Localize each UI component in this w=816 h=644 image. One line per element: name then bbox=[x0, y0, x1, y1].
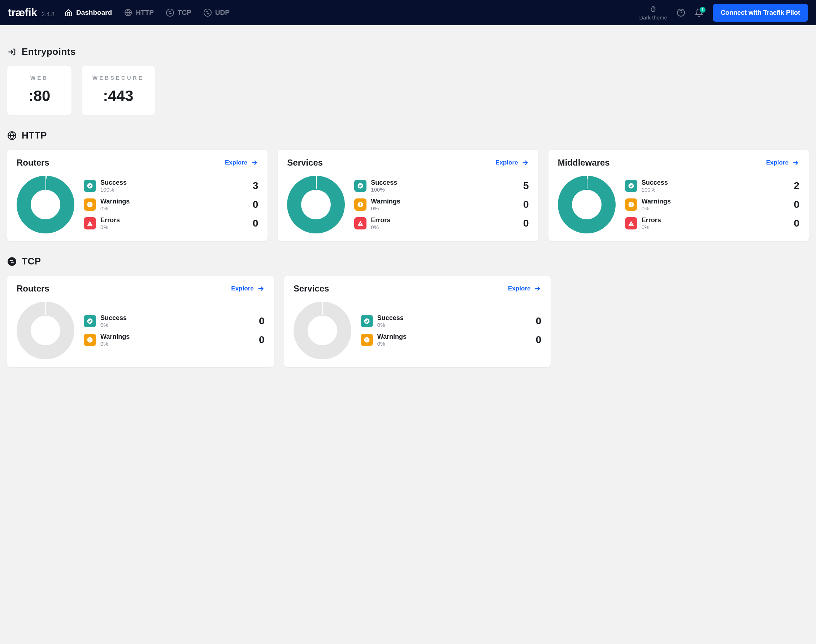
svg-rect-13 bbox=[360, 203, 361, 205]
warning-circle-icon bbox=[354, 198, 366, 211]
warning-circle-icon bbox=[625, 198, 637, 211]
entrypoint-name: WEB bbox=[18, 75, 61, 81]
nav-tcp-label: TCP bbox=[178, 9, 191, 17]
warning-circle-icon bbox=[84, 334, 96, 346]
explore-link[interactable]: Explore bbox=[225, 159, 258, 167]
arrow-right-icon bbox=[257, 285, 265, 293]
explore-link[interactable]: Explore bbox=[495, 159, 529, 167]
nav-udp-label: UDP bbox=[215, 9, 230, 17]
tcp-cards-row: Routers Explore Success0% 0 Warnings0% bbox=[7, 276, 809, 367]
svg-rect-8 bbox=[89, 205, 90, 206]
check-circle-icon bbox=[354, 180, 366, 192]
nav-http-label: HTTP bbox=[136, 9, 154, 17]
entrypoint-card[interactable]: WEB :80 bbox=[7, 66, 72, 115]
explore-link[interactable]: Explore bbox=[508, 285, 541, 293]
svg-rect-27 bbox=[89, 341, 90, 342]
stat-errors: Errors0% 0 bbox=[84, 216, 258, 230]
entrypoint-port: :443 bbox=[92, 87, 144, 104]
connect-pilot-button[interactable]: Connect with Traefik Pilot bbox=[713, 4, 808, 21]
swap-icon bbox=[7, 257, 17, 266]
nav-tcp[interactable]: TCP bbox=[166, 9, 191, 17]
stat-warnings: Warnings0% 0 bbox=[84, 198, 258, 212]
stat-warnings: Warnings0% 0 bbox=[354, 198, 529, 212]
svg-rect-22 bbox=[631, 225, 632, 225]
donut-chart bbox=[17, 176, 74, 233]
svg-rect-30 bbox=[366, 339, 367, 340]
nav-dashboard-label: Dashboard bbox=[76, 9, 112, 17]
card-title: Middlewares bbox=[558, 158, 610, 168]
home-icon bbox=[65, 9, 72, 17]
svg-rect-31 bbox=[366, 341, 367, 342]
login-icon bbox=[7, 47, 17, 57]
svg-rect-15 bbox=[360, 222, 361, 224]
tcp-services-card: Services Explore Success0% 0 Warnings0% bbox=[284, 276, 551, 367]
donut-chart bbox=[17, 302, 74, 359]
arrow-right-icon bbox=[521, 159, 529, 167]
stat-errors: Errors0% 0 bbox=[354, 216, 529, 230]
card-title: Services bbox=[287, 158, 323, 168]
http-routers-card: Routers Explore Success100% 3 Warnings0 bbox=[7, 150, 267, 241]
svg-rect-7 bbox=[89, 203, 90, 205]
stat-success: Success0% 0 bbox=[84, 314, 265, 328]
stat-warnings: Warnings0% 0 bbox=[625, 198, 799, 212]
check-circle-icon bbox=[84, 315, 96, 327]
svg-rect-20 bbox=[631, 205, 632, 206]
card-title: Routers bbox=[17, 158, 49, 168]
section-header: HTTP bbox=[7, 130, 809, 141]
globe-icon bbox=[124, 9, 132, 17]
stat-warnings: Warnings0% 0 bbox=[84, 333, 265, 347]
nav-udp[interactable]: UDP bbox=[204, 9, 230, 17]
svg-rect-10 bbox=[89, 225, 90, 225]
entrypoint-name: WEBSECURE bbox=[92, 75, 144, 81]
nav-dashboard[interactable]: Dashboard bbox=[65, 9, 112, 17]
logo-text: træfik bbox=[8, 6, 37, 19]
section-entrypoints: Entrypoints WEB :80 WEBSECURE :443 bbox=[7, 46, 809, 115]
check-circle-icon bbox=[625, 180, 637, 192]
arrow-right-icon bbox=[791, 159, 799, 167]
section-title: Entrypoints bbox=[22, 46, 76, 57]
section-header: Entrypoints bbox=[7, 46, 809, 57]
check-circle-icon bbox=[84, 180, 96, 192]
section-header: TCP bbox=[7, 256, 809, 267]
svg-rect-9 bbox=[89, 222, 90, 224]
stat-success: Success0% 0 bbox=[361, 314, 542, 328]
notification-badge: 1 bbox=[700, 7, 705, 12]
logo: træfik 2.4.8 bbox=[8, 6, 55, 19]
svg-point-1 bbox=[166, 9, 174, 16]
swap-icon bbox=[204, 9, 212, 17]
stat-success: Success100% 3 bbox=[84, 179, 258, 193]
donut-chart bbox=[294, 302, 351, 359]
svg-rect-21 bbox=[631, 222, 632, 224]
main-content: Entrypoints WEB :80 WEBSECURE :443 HTTP … bbox=[0, 25, 816, 377]
entrypoints-row: WEB :80 WEBSECURE :443 bbox=[7, 66, 809, 115]
section-title: TCP bbox=[22, 256, 41, 267]
app-header: træfik 2.4.8 Dashboard HTTP TCP UDP Dark… bbox=[0, 0, 816, 25]
dark-theme-label: Dark theme bbox=[639, 14, 667, 21]
arrow-right-icon bbox=[533, 285, 541, 293]
explore-link[interactable]: Explore bbox=[766, 159, 799, 167]
warning-triangle-icon bbox=[84, 217, 96, 230]
svg-rect-14 bbox=[360, 205, 361, 206]
notifications-button[interactable]: 1 bbox=[695, 8, 703, 17]
svg-rect-26 bbox=[89, 339, 90, 340]
entrypoint-card[interactable]: WEBSECURE :443 bbox=[81, 66, 155, 115]
dark-theme-toggle[interactable]: Dark theme bbox=[639, 5, 667, 21]
section-http: HTTP Routers Explore Success100% 3 bbox=[7, 130, 809, 241]
warning-circle-icon bbox=[84, 198, 96, 211]
tcp-routers-card: Routers Explore Success0% 0 Warnings0% bbox=[7, 276, 274, 367]
http-services-card: Services Explore Success100% 5 Warnings bbox=[278, 150, 538, 241]
stat-success: Success100% 2 bbox=[625, 179, 799, 193]
nav-http[interactable]: HTTP bbox=[124, 9, 154, 17]
stat-errors: Errors0% 0 bbox=[625, 216, 799, 230]
swap-icon bbox=[166, 9, 174, 17]
check-circle-icon bbox=[361, 315, 373, 327]
warning-triangle-icon bbox=[625, 217, 637, 230]
help-icon bbox=[677, 8, 685, 17]
explore-link[interactable]: Explore bbox=[231, 285, 264, 293]
section-title: HTTP bbox=[22, 130, 47, 141]
warning-triangle-icon bbox=[354, 217, 366, 230]
svg-point-2 bbox=[204, 9, 211, 16]
donut-chart bbox=[287, 176, 345, 233]
help-button[interactable] bbox=[677, 8, 685, 17]
version-label: 2.4.8 bbox=[41, 11, 55, 18]
